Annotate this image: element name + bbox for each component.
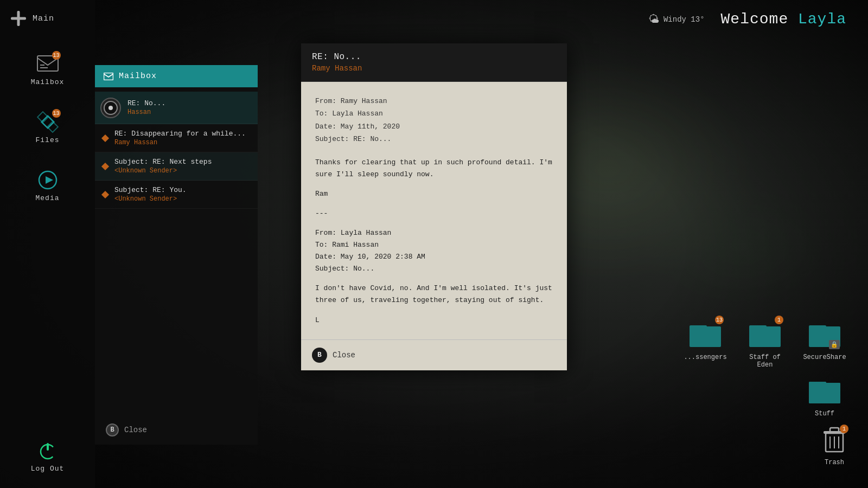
email-modal-header: RE: No... Ramy Hassan: [301, 43, 567, 82]
email-subject: RE: No...: [312, 52, 556, 62]
email-subject-line: Subject: RE: No...: [315, 133, 553, 145]
email-modal-b-button[interactable]: B: [312, 348, 327, 363]
email-signature-ram: Ram: [315, 188, 553, 200]
email-date: Date: May 11th, 2020: [315, 120, 553, 133]
email-divider: ---: [315, 208, 553, 220]
email-modal-footer: B Close: [301, 339, 567, 370]
email-quoted-date: Date: May 10, 2020 2:38 AM: [315, 251, 553, 263]
email-signature-l: L: [315, 314, 553, 326]
email-quoted-to: To: Rami Hassan: [315, 239, 553, 251]
email-modal-sender: Ramy Hassan: [312, 64, 556, 73]
email-modal-body: From: Ramy Hassan To: Layla Hassan Date:…: [301, 82, 567, 339]
email-modal: RE: No... Ramy Hassan From: Ramy Hassan …: [301, 43, 567, 370]
email-modal-overlay: RE: No... Ramy Hassan From: Ramy Hassan …: [0, 0, 868, 488]
email-quoted-subject: Subject: No...: [315, 263, 553, 275]
email-to: To: Layla Hassan: [315, 107, 553, 120]
email-from: From: Ramy Hassan: [315, 95, 553, 107]
email-meta: From: Ramy Hassan To: Layla Hassan Date:…: [315, 95, 553, 146]
email-modal-close-label: Close: [333, 351, 355, 359]
email-quoted-from: From: Layla Hassan: [315, 227, 553, 239]
email-content: Thanks for clearing that up in such prof…: [315, 157, 553, 326]
email-body-p1: Thanks for clearing that up in such prof…: [315, 157, 553, 181]
email-quoted-body: I don't have Covid, no. And I'm well iso…: [315, 282, 553, 306]
